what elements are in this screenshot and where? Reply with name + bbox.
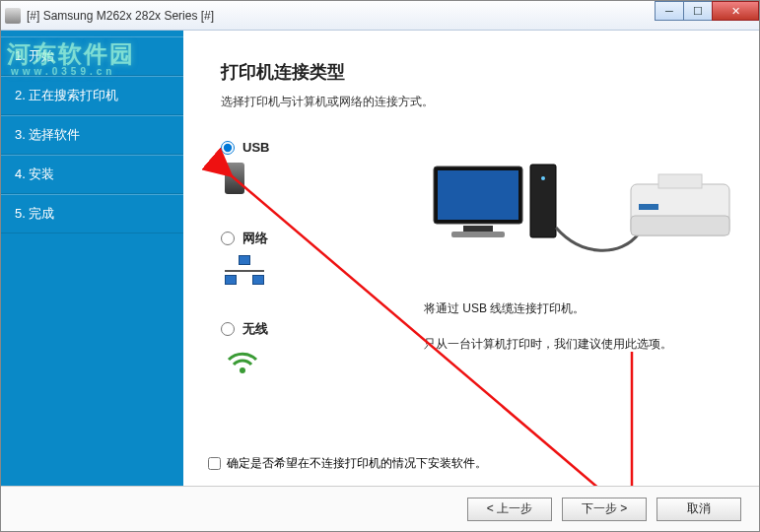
svg-rect-10 — [639, 204, 658, 210]
option-description: 将通过 USB 线缆连接打印机。 只从一台计算机打印时，我们建议使用此选项。 — [424, 297, 739, 367]
installer-window: [#] Samsung M262x 282x Series [#] ─ ☐ ✕ … — [0, 0, 760, 532]
footer: < 上一步 下一步 > 取消 — [1, 486, 759, 531]
sidebar-step-2: 2. 正在搜索打印机 — [1, 76, 183, 115]
desc-line-1: 将通过 USB 线缆连接打印机。 — [424, 297, 739, 320]
sidebar-step-5: 5. 完成 — [1, 194, 183, 233]
svg-rect-8 — [631, 216, 729, 235]
install-without-printer-label: 确定是否希望在不连接打印机的情况下安装软件。 — [227, 455, 487, 472]
radio-wireless[interactable] — [221, 322, 235, 336]
svg-rect-3 — [463, 226, 493, 232]
next-button[interactable]: 下一步 > — [562, 498, 647, 521]
usb-icon — [225, 163, 244, 194]
network-icon — [225, 255, 264, 285]
connection-diagram — [424, 149, 739, 277]
sidebar-step-3: 3. 选择软件 — [1, 115, 183, 155]
sidebar: 河东软件园 www.0359.cn 1. 开始 2. 正在搜索打印机 3. 选择… — [1, 31, 183, 531]
install-without-printer-checkbox[interactable] — [208, 457, 221, 470]
cancel-button[interactable]: 取消 — [656, 498, 741, 521]
titlebar: [#] Samsung M262x 282x Series [#] ─ ☐ ✕ — [1, 1, 759, 31]
option-network-label: 网络 — [242, 230, 268, 247]
svg-point-0 — [240, 367, 245, 373]
svg-rect-9 — [658, 174, 702, 188]
sidebar-step-4: 4. 安装 — [1, 155, 183, 194]
window-controls: ─ ☐ ✕ — [656, 1, 759, 21]
install-without-printer-row[interactable]: 确定是否希望在不连接打印机的情况下安装软件。 — [208, 455, 487, 472]
radio-usb[interactable] — [221, 141, 235, 155]
svg-rect-2 — [438, 170, 518, 220]
minimize-button[interactable]: ─ — [655, 1, 684, 21]
option-usb-label: USB — [242, 140, 269, 155]
page-heading: 打印机连接类型 — [221, 60, 741, 84]
close-button[interactable]: ✕ — [712, 1, 759, 21]
svg-rect-5 — [530, 165, 556, 237]
maximize-button[interactable]: ☐ — [683, 1, 713, 21]
desc-line-2: 只从一台计算机打印时，我们建议使用此选项。 — [424, 332, 739, 356]
svg-rect-4 — [451, 232, 505, 237]
svg-point-6 — [541, 176, 545, 180]
wifi-icon — [225, 346, 260, 375]
window-title: [#] Samsung M262x 282x Series [#] — [27, 9, 214, 23]
body: 河东软件园 www.0359.cn 1. 开始 2. 正在搜索打印机 3. 选择… — [1, 31, 759, 531]
option-wireless-label: 无线 — [242, 320, 268, 338]
sidebar-step-1: 1. 开始 — [1, 36, 183, 76]
page-subtext: 选择打印机与计算机或网络的连接方式。 — [221, 94, 741, 110]
app-icon — [5, 8, 21, 24]
back-button[interactable]: < 上一步 — [467, 498, 552, 521]
radio-network[interactable] — [221, 232, 235, 245]
